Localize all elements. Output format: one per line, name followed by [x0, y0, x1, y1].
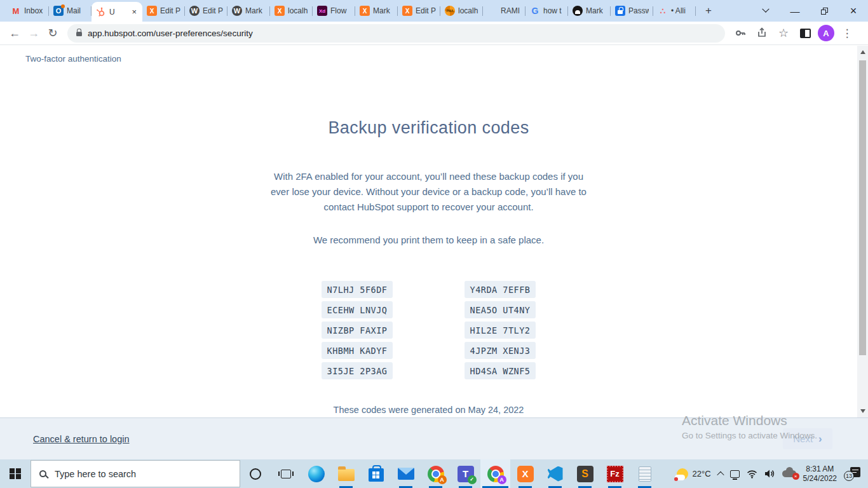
weather-widget[interactable]: 22°C — [677, 468, 711, 480]
tab-localhost-1[interactable]: X localh — [270, 2, 313, 20]
volume-icon[interactable] — [764, 469, 775, 478]
tab-alli[interactable]: ∴ • Alli — [653, 2, 696, 20]
backup-code: ECEHW LNVJQ — [322, 301, 393, 318]
clock-date: 5/24/2022 — [803, 474, 837, 484]
taskbar-app-notepad[interactable] — [630, 459, 660, 488]
main-column: Backup verification codes With 2FA enabl… — [0, 46, 857, 417]
reload-button[interactable]: ↻ — [43, 24, 62, 43]
taskbar-app-filezilla[interactable]: Fz — [600, 459, 630, 488]
tab-title: localh — [458, 6, 478, 15]
taskbar-app-mail[interactable] — [391, 459, 421, 488]
taskbar-app-sublime[interactable]: S — [570, 459, 600, 488]
secure-lock-icon[interactable] — [76, 32, 82, 36]
onedrive-error-icon[interactable] — [782, 470, 796, 477]
scrollbar-thumb[interactable] — [859, 60, 866, 355]
sublime-text-icon: S — [577, 466, 593, 482]
file-explorer-icon — [338, 469, 355, 481]
taskbar-search[interactable] — [31, 460, 240, 487]
clock-time: 8:31 AM — [803, 464, 837, 474]
minimize-button[interactable]: — — [780, 0, 810, 22]
password-key-icon[interactable] — [731, 24, 749, 42]
backup-code: HD4SA WZNF5 — [465, 362, 536, 379]
taskbar-app-chrome-profile1[interactable]: A — [421, 459, 451, 488]
notification-center-button[interactable]: 13 — [844, 467, 860, 481]
tab-title: Mark — [373, 6, 393, 15]
outlook-icon: O — [53, 6, 64, 16]
tab-title: Edit P — [160, 6, 180, 15]
tab-edit-p-1[interactable]: X Edit P — [142, 2, 185, 20]
scroll-up-arrow[interactable] — [860, 50, 865, 54]
taskbar-clock[interactable]: 8:31 AM 5/24/2022 — [803, 464, 837, 484]
wordpress-icon: W — [189, 6, 200, 16]
tab-how-t[interactable]: G how t — [526, 2, 568, 20]
forward-button[interactable]: → — [24, 24, 43, 43]
tab-title: RAMI — [501, 6, 521, 15]
page-title: Backup verification codes — [328, 118, 529, 138]
tab-mark-3[interactable]: Mark — [568, 2, 611, 20]
taskbar-app-teams[interactable]: T✓ — [451, 459, 480, 488]
share-icon[interactable] — [753, 24, 771, 42]
temperature-label: 22°C — [693, 469, 711, 478]
backup-codes-grid: N7LHJ 5F6DF ECEHW LNVJQ NIZBP FAXIP KHBM… — [322, 281, 536, 379]
teams-check-badge: ✓ — [468, 475, 477, 484]
taskbar-app-store[interactable] — [361, 459, 391, 488]
scroll-down-arrow[interactable] — [860, 409, 865, 413]
browser-tab-strip: M Inbox O Mail U × X Edit P W Edit P W M… — [0, 0, 868, 22]
address-bar[interactable]: app.hubspot.com/user-preferences/securit… — [67, 24, 725, 43]
url-text: app.hubspot.com/user-preferences/securit… — [88, 29, 253, 38]
cancel-return-link[interactable]: Cancel & return to login — [33, 434, 130, 444]
start-button[interactable] — [0, 459, 31, 488]
tab-search-chevron-icon[interactable] — [751, 0, 780, 22]
tab-hubspot-active[interactable]: U × — [92, 2, 142, 22]
close-window-button[interactable]: × — [839, 0, 868, 22]
tab-flow[interactable]: Xd Flow — [313, 2, 355, 20]
xampp-icon: X — [517, 466, 534, 482]
task-view-button[interactable] — [271, 459, 301, 488]
bookmark-star-icon[interactable]: ☆ — [775, 24, 792, 42]
next-button[interactable]: Next › — [783, 428, 832, 449]
tab-title: Mail — [67, 6, 87, 15]
tab-title: U — [109, 8, 127, 17]
taskbar-app-explorer[interactable] — [331, 459, 361, 488]
tab-edit-p-3[interactable]: X Edit P — [398, 2, 440, 20]
menu-icon[interactable]: ⋮ — [838, 24, 856, 42]
tab-mail[interactable]: O Mail — [49, 2, 92, 20]
intro-text: With 2FA enabled for your account, you’l… — [266, 169, 592, 215]
connect-cast-icon[interactable] — [730, 470, 740, 478]
tab-title: • Alli — [671, 6, 691, 15]
generated-note: These codes were generated on May 24, 20… — [334, 405, 524, 415]
filezilla-icon: Fz — [607, 466, 623, 482]
tab-title: Flow — [330, 6, 351, 15]
toolbar-right-icons: ☆ A ⋮ — [731, 24, 856, 42]
tab-inbox[interactable]: M Inbox — [6, 2, 49, 20]
tab-localhost-2[interactable]: PMA localh — [440, 2, 483, 20]
tab-rami[interactable]: RAMI — [483, 2, 526, 20]
taskbar-app-xampp[interactable]: X — [510, 459, 540, 488]
backup-code: NIZBP FAXIP — [322, 322, 393, 339]
tab-title: Inbox — [24, 6, 44, 15]
backup-code: HIL2E 7TLY2 — [465, 322, 536, 339]
backup-code: KHBMH KADYF — [322, 342, 393, 359]
windows-taskbar: A T✓ A X S Fz 22°C 8:31 AM 5/24/2022 13 — [0, 459, 868, 488]
search-input[interactable] — [53, 468, 231, 480]
new-tab-button[interactable]: + — [700, 2, 717, 20]
taskbar-app-chrome-profile2-active[interactable]: A — [480, 459, 510, 488]
cortana-button[interactable] — [240, 459, 271, 488]
profile-avatar[interactable]: A — [818, 25, 834, 41]
tab-password[interactable]: Passw — [611, 2, 653, 20]
close-tab-icon[interactable]: × — [130, 7, 138, 17]
side-panel-icon[interactable] — [796, 24, 814, 42]
tab-mark-2[interactable]: X Mark — [355, 2, 398, 20]
xampp-icon: X — [147, 6, 157, 16]
scrollbar[interactable] — [857, 46, 868, 417]
tab-edit-p-2[interactable]: W Edit P — [185, 2, 227, 20]
taskbar-app-edge[interactable] — [301, 459, 331, 488]
taskbar-app-vscode[interactable] — [540, 459, 570, 488]
tray-expand-chevron-icon[interactable] — [717, 471, 724, 478]
mail-icon — [398, 468, 414, 480]
back-button[interactable]: ← — [5, 24, 24, 43]
wifi-icon[interactable] — [747, 470, 757, 478]
tab-title: how t — [543, 6, 564, 15]
tab-mark-1[interactable]: W Mark — [227, 2, 270, 20]
restore-button[interactable] — [810, 0, 839, 22]
